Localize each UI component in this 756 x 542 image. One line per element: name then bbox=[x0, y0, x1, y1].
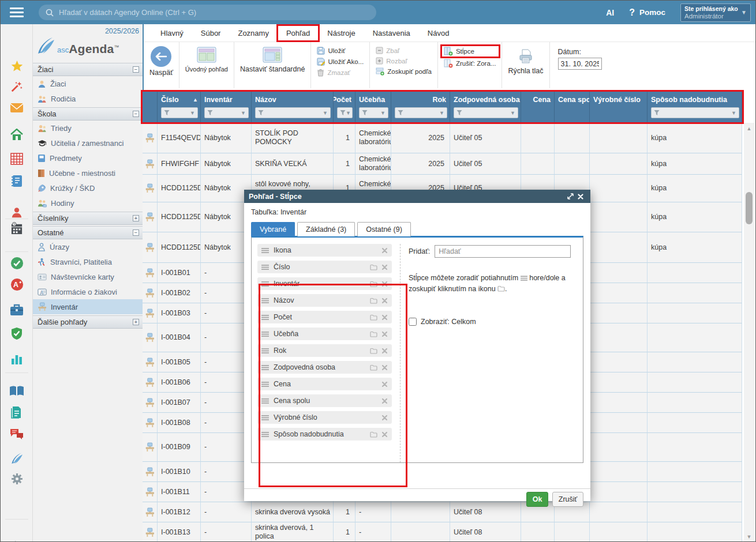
expand-button[interactable]: Rozbaľ bbox=[376, 57, 432, 65]
group-folder-icon[interactable] bbox=[370, 264, 377, 270]
drag-handle-icon[interactable] bbox=[261, 281, 269, 287]
menu-nastroje[interactable]: Nástroje bbox=[319, 27, 364, 40]
sidebar-item-učitelia-zamestnanci[interactable]: Učitelia / zamestnanci bbox=[33, 136, 143, 150]
documents-icon[interactable] bbox=[1, 406, 33, 419]
dialog-titlebar[interactable]: Pohľad - Stĺpce bbox=[244, 190, 590, 203]
sidebar-item-hodiny[interactable]: Hodiny bbox=[33, 195, 143, 210]
expand-section-icon[interactable]: + bbox=[133, 215, 139, 221]
remove-column-icon[interactable] bbox=[382, 348, 387, 353]
sidebar-item-krúžky-škd[interactable]: Krúžky / ŠKD bbox=[33, 180, 143, 195]
remove-column-icon[interactable] bbox=[382, 432, 387, 437]
sidebar-section--seln-ky[interactable]: Číselníky+ bbox=[33, 212, 143, 225]
menu-pohlad[interactable]: Pohľad bbox=[278, 27, 319, 40]
show-total-checkbox[interactable] bbox=[409, 318, 417, 326]
column-pill-cena-spolu[interactable]: Cena spolu bbox=[257, 394, 392, 407]
column-pill-zodpovedná-osoba[interactable]: Zodpovedná osoba bbox=[257, 361, 392, 374]
initial-view-button[interactable]: Úvodný pohľad bbox=[185, 44, 228, 73]
drag-handle-icon[interactable] bbox=[261, 382, 269, 387]
save-as-button[interactable]: Uložiť Ako... bbox=[317, 58, 364, 66]
set-standard-button[interactable]: Nastaviť štandardné bbox=[240, 44, 305, 73]
table-row[interactable]: FHWIFGHFNábytokSKRIŇA VEĽKÁ1Chemické lab… bbox=[143, 153, 742, 175]
ai-button[interactable]: AI bbox=[606, 8, 614, 17]
drag-handle-icon[interactable] bbox=[261, 315, 269, 320]
column-header-rok[interactable]: Rok▼ bbox=[391, 92, 450, 123]
sidebar-item-úrazy[interactable]: Úrazy bbox=[33, 239, 143, 254]
help-button[interactable]: ? Pomoc bbox=[629, 7, 665, 18]
remove-column-icon[interactable] bbox=[382, 298, 387, 303]
column-pill-výrobné-číslo[interactable]: Výrobné číslo bbox=[257, 411, 392, 424]
home-icon[interactable] bbox=[1, 129, 33, 141]
group-folder-icon[interactable] bbox=[370, 298, 377, 304]
group-folder-icon[interactable] bbox=[370, 364, 377, 371]
chat-icon[interactable] bbox=[1, 428, 33, 440]
tab-ostatne[interactable]: Ostatné (9) bbox=[357, 222, 411, 236]
drag-handle-icon[interactable] bbox=[261, 248, 269, 253]
save-button[interactable]: Uložiť bbox=[317, 47, 364, 55]
scroll-down-icon[interactable]: ▼ bbox=[744, 532, 754, 541]
vertical-scrollbar[interactable]: ▲ ▼ bbox=[744, 123, 754, 542]
collapse-button[interactable]: Zbaľ bbox=[376, 47, 432, 54]
column-header-inventár[interactable]: Inventár▼ bbox=[201, 92, 252, 123]
hamburger-menu-button[interactable] bbox=[1, 1, 33, 24]
shield-check-icon[interactable] bbox=[1, 327, 33, 340]
remove-column-icon[interactable] bbox=[382, 332, 387, 337]
group-folder-icon[interactable] bbox=[370, 348, 377, 354]
remove-column-icon[interactable] bbox=[382, 248, 387, 253]
column-pill-ikona[interactable]: Ikona bbox=[257, 244, 392, 257]
expand-section-icon[interactable]: + bbox=[133, 319, 139, 325]
column-header-zodpovedná-osoba[interactable]: Zodpovedná osoba▼ bbox=[450, 92, 521, 123]
column-pill-číslo[interactable]: Číslo bbox=[257, 261, 392, 273]
sidebar-section-ostatn-[interactable]: Ostatné− bbox=[33, 226, 143, 239]
person-icon[interactable] bbox=[1, 206, 33, 219]
column-header-cena[interactable]: Cena bbox=[521, 92, 555, 123]
scrollbar-thumb[interactable] bbox=[746, 192, 753, 224]
briefcase-icon[interactable] bbox=[1, 304, 33, 316]
bar-chart-icon[interactable] bbox=[1, 353, 33, 364]
cancel-sort-button[interactable]: Zrušiť: Zora... bbox=[444, 59, 496, 68]
sidebar-section--iaci[interactable]: Žiaci− bbox=[33, 63, 143, 76]
magic-wand-icon[interactable] bbox=[1, 80, 33, 93]
menu-subor[interactable]: Súbor bbox=[192, 27, 230, 40]
column-pill-učebňa[interactable]: Učebňa bbox=[257, 328, 392, 340]
column-header-číslo[interactable]: Číslo▲▼ bbox=[158, 92, 201, 123]
sidebar-section--al-ie-poh-ady[interactable]: Ďalšie pohľady+ bbox=[33, 315, 143, 329]
remove-column-icon[interactable] bbox=[382, 315, 387, 320]
column-header-názov[interactable]: Názov▼ bbox=[252, 92, 334, 123]
user-menu[interactable]: Ste prihlásený ako Administrátor ▼ bbox=[680, 3, 751, 22]
drag-handle-icon[interactable] bbox=[261, 415, 269, 420]
menu-hlavny[interactable]: Hlavný bbox=[152, 27, 192, 40]
remove-column-icon[interactable] bbox=[382, 415, 387, 420]
drag-handle-icon[interactable] bbox=[261, 298, 269, 303]
global-search[interactable] bbox=[39, 5, 376, 20]
scroll-up-icon[interactable]: ▲ bbox=[744, 124, 754, 133]
calendar-clock-icon[interactable] bbox=[1, 222, 33, 235]
collapse-section-icon[interactable]: − bbox=[133, 229, 139, 236]
filter-dropdown[interactable]: ▼ bbox=[454, 107, 518, 118]
tab-vybrane[interactable]: Vybrané bbox=[251, 222, 295, 236]
column-header-učebňa[interactable]: Učebňa▼ bbox=[355, 92, 391, 123]
remove-column-icon[interactable] bbox=[382, 398, 387, 404]
maximize-icon[interactable] bbox=[565, 191, 575, 202]
column-pill-cena[interactable]: Cena bbox=[257, 378, 392, 390]
open-book-icon[interactable] bbox=[1, 385, 33, 397]
remove-column-icon[interactable] bbox=[382, 265, 387, 270]
date-input[interactable] bbox=[558, 58, 602, 70]
table-row[interactable]: I-001B13-skrinka dverová, 1 polica1-Učit… bbox=[143, 522, 742, 542]
column-pill-počet[interactable]: Počet bbox=[257, 311, 392, 323]
remove-column-icon[interactable] bbox=[382, 365, 387, 370]
search-input[interactable] bbox=[59, 8, 369, 17]
filter-dropdown[interactable]: ▼ bbox=[255, 107, 331, 118]
close-icon[interactable] bbox=[575, 191, 586, 202]
column-header-výrobné-číslo[interactable]: Výrobné číslo bbox=[590, 92, 648, 123]
filter-dropdown[interactable]: ▼ bbox=[395, 107, 447, 118]
menu-nastavenia[interactable]: Nastavenia bbox=[364, 27, 419, 40]
sidebar-item-žiaci[interactable]: Žiaci bbox=[33, 76, 143, 91]
column-pill-inventár[interactable]: Inventár bbox=[257, 277, 392, 290]
drag-handle-icon[interactable] bbox=[261, 265, 269, 270]
delete-button[interactable]: Zmazať bbox=[317, 69, 364, 77]
sidebar-item-triedy[interactable]: Triedy bbox=[33, 121, 143, 136]
gear-icon[interactable] bbox=[1, 473, 33, 485]
asc-pen-icon[interactable] bbox=[1, 452, 33, 465]
drag-handle-icon[interactable] bbox=[261, 365, 269, 370]
group-folder-icon[interactable] bbox=[370, 331, 377, 337]
